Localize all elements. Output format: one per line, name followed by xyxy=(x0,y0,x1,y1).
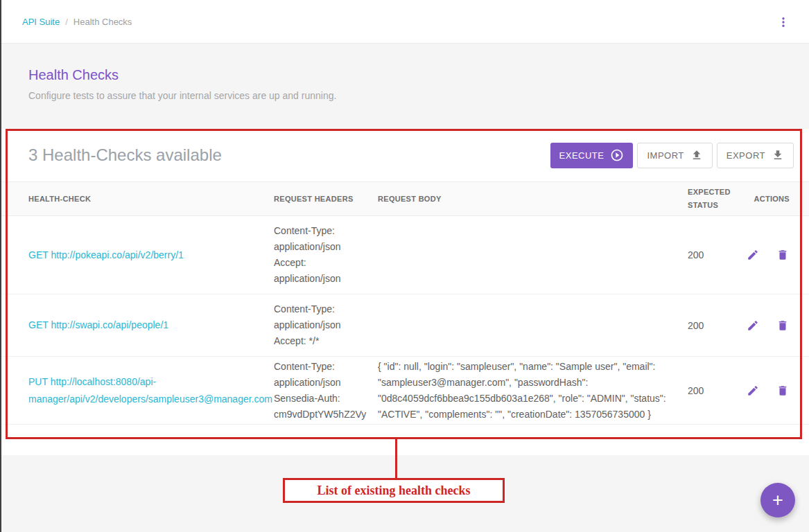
breadcrumb-current-page: Health Checks xyxy=(73,17,132,27)
card-header: 3 Health-Checks available EXECUTE IMPORT xyxy=(0,129,809,181)
card-title: 3 Health-Checks available xyxy=(28,145,550,165)
annotation-label: List of existing health checks xyxy=(283,478,505,503)
upload-icon xyxy=(690,149,703,161)
delete-icon[interactable] xyxy=(776,249,789,261)
add-health-check-fab[interactable]: + xyxy=(760,483,795,517)
table-header-row: HEALTH-CHECK REQUEST HEADERS REQUEST BOD… xyxy=(0,181,809,216)
col-header-request-headers: REQUEST HEADERS xyxy=(270,195,374,203)
col-header-health-check: HEALTH-CHECK xyxy=(0,195,270,203)
breadcrumb-separator: / xyxy=(65,17,68,27)
table-row: PUT http://localhost:8080/api-manager/ap… xyxy=(0,357,809,425)
table-row: GET http://swapi.co/api/people/1 Content… xyxy=(0,294,809,357)
breadcrumb: API Suite / Health Checks xyxy=(22,17,132,27)
play-circle-icon xyxy=(610,148,624,162)
edit-icon[interactable] xyxy=(747,249,759,261)
delete-icon[interactable] xyxy=(776,384,789,397)
expected-status-cell: 200 xyxy=(683,385,744,396)
edit-icon[interactable] xyxy=(747,384,759,397)
download-icon xyxy=(772,149,784,161)
screen-left-edge xyxy=(0,0,1,532)
col-header-request-body: REQUEST BODY xyxy=(374,195,683,203)
health-checks-card: 3 Health-Checks available EXECUTE IMPORT xyxy=(0,129,809,455)
health-check-link[interactable]: PUT http://localhost:8080/api-manager/ap… xyxy=(0,373,270,408)
health-check-link[interactable]: GET http://swapi.co/api/people/1 xyxy=(0,317,270,334)
edit-icon[interactable] xyxy=(747,319,759,332)
breadcrumb-api-suite-link[interactable]: API Suite xyxy=(22,17,60,27)
request-headers-cell: Content-Type: application/json Sensedia-… xyxy=(270,359,365,423)
page-header: Health Checks Configure tests to assure … xyxy=(28,67,336,101)
row-actions xyxy=(744,249,809,261)
col-header-actions: ACTIONS xyxy=(744,195,809,203)
page-title: Health Checks xyxy=(28,67,336,83)
col-header-expected-status: EXPECTED STATUS xyxy=(683,186,738,212)
execute-button[interactable]: EXECUTE xyxy=(550,143,634,168)
kebab-menu-icon[interactable] xyxy=(776,15,791,30)
row-actions xyxy=(744,384,809,397)
import-button-label: IMPORT xyxy=(647,150,684,161)
expected-status-cell: 200 xyxy=(683,320,744,331)
plus-icon: + xyxy=(772,490,783,511)
top-bar: API Suite / Health Checks xyxy=(0,0,809,44)
export-button[interactable]: EXPORT xyxy=(717,143,794,168)
health-check-link[interactable]: GET http://pokeapi.co/api/v2/berry/1 xyxy=(0,247,270,264)
delete-icon[interactable] xyxy=(776,319,789,332)
card-actions: EXECUTE IMPORT EXPORT xyxy=(550,143,794,168)
request-headers-cell: Content-Type: application/json Accept: a… xyxy=(270,223,365,287)
request-body-cell: { "id": null, "login": "sampleuser", "na… xyxy=(374,359,683,423)
row-actions xyxy=(744,319,809,332)
annotation-connector-line xyxy=(395,439,397,478)
request-headers-cell: Content-Type: application/json Accept: *… xyxy=(270,301,365,349)
page-subtitle: Configure tests to assure that your inte… xyxy=(28,90,336,101)
export-button-label: EXPORT xyxy=(727,150,765,161)
table-row: GET http://pokeapi.co/api/v2/berry/1 Con… xyxy=(0,216,809,294)
expected-status-cell: 200 xyxy=(683,249,744,260)
import-button[interactable]: IMPORT xyxy=(637,143,712,168)
execute-button-label: EXECUTE xyxy=(559,150,604,161)
